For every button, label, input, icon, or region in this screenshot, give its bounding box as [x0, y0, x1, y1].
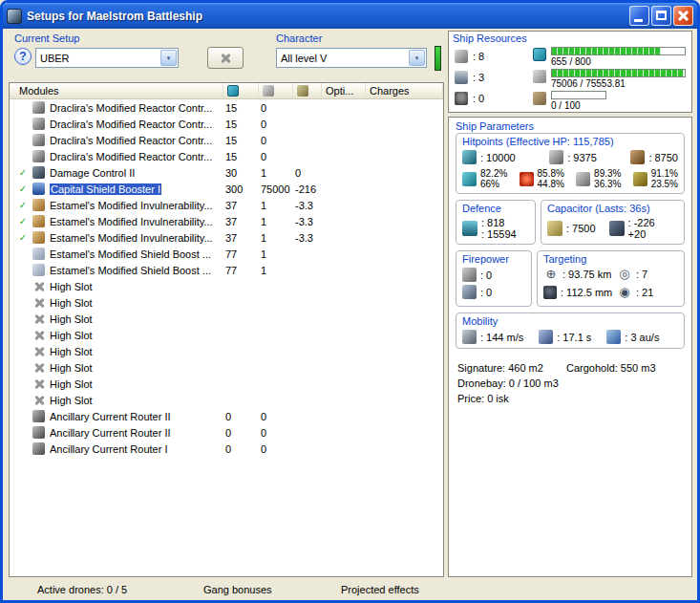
capacitor-capacity-value: : 7500 [566, 223, 596, 234]
module-row[interactable]: Draclira's Modified Reactor Contr...150 [10, 99, 443, 116]
module-row[interactable]: ✓Estamel's Modified Invulnerability...37… [10, 229, 443, 246]
ship-resources-body: : 8 : 3 : 0 [449, 45, 691, 111]
module-row[interactable]: High Slot [10, 392, 443, 408]
targeting-group: Targeting ⊕: 93.75 km ◎: 7 : 112.5 mm ◉:… [537, 250, 685, 307]
launcher-dps-value: : 0 [480, 287, 492, 298]
module-row[interactable]: Ancillary Current Router I00 [10, 441, 443, 457]
module-icon-cell [31, 410, 50, 422]
capacitor-title: Capacitor (Lasts: 36s) [547, 203, 678, 214]
cpu-icon [533, 48, 546, 61]
powergrid-column-header[interactable] [259, 83, 293, 98]
powergrid-icon [533, 70, 546, 83]
module-powergrid-value: 0 [259, 443, 293, 455]
defence-group: Defence : 818 : 15594 [456, 200, 536, 245]
character-value: All level V [277, 53, 409, 64]
ship-resources-panel: Ship Resources : 8 : 3 : 0 [448, 31, 692, 113]
firepower-title: Firepower [462, 253, 525, 265]
close-button[interactable] [673, 6, 693, 26]
module-powergrid-value: 0 [259, 411, 293, 422]
module-row[interactable]: Ancillary Current Router II00 [10, 424, 443, 441]
modules-panel: Modules Opti... Charges Draclira's Modif… [9, 82, 444, 577]
mobility-group: Mobility : 144 m/s : 17.1 s : 3 au/s [456, 312, 685, 349]
module-icon-cell [31, 248, 50, 260]
module-name: High Slot [50, 330, 223, 341]
cpu-icon [227, 85, 239, 97]
capacitor-peak-value: : -226 [628, 217, 655, 228]
help-button[interactable]: ? [14, 48, 32, 65]
active-check-icon: ✓ [15, 216, 31, 226]
module-cpu-value: 0 [223, 411, 259, 422]
module-icon-cell [31, 150, 50, 162]
warp-speed-value: : 3 au/s [625, 332, 659, 343]
capacitor-icon [547, 221, 562, 236]
dronebay-value: Dronebay: 0 / 100 m3 [457, 377, 683, 389]
module-icon-cell [31, 199, 50, 211]
charges-column-header[interactable]: Charges [366, 83, 443, 98]
module-name: High Slot [50, 395, 223, 406]
module-row[interactable]: ✓Estamel's Modified Invulnerability...37… [10, 213, 443, 229]
kinetic-shield-resist: 89.3% [594, 168, 621, 179]
targeting-title: Targeting [543, 253, 678, 265]
hull-hp-icon [630, 150, 645, 164]
module-name: Ancillary Current Router II [50, 427, 223, 439]
module-row[interactable]: Ancillary Current Router II00 [10, 408, 443, 424]
modules-column-header[interactable]: Modules [15, 83, 223, 98]
align-time-icon [539, 330, 553, 344]
hitpoints-values: : 10000 : 9375 : 8750 [462, 150, 678, 164]
module-row[interactable]: ✓Estamel's Modified Invulnerability...37… [10, 197, 443, 213]
module-capacitor-value: -3.3 [293, 232, 322, 244]
setup-tools-button[interactable] [207, 47, 244, 69]
app-icon[interactable] [7, 9, 22, 24]
module-powergrid-value: 0 [259, 102, 293, 114]
active-drones-label: Active drones: 0 / 5 [37, 584, 127, 595]
setup-dropdown-button[interactable]: ▼ [160, 50, 177, 66]
module-row[interactable]: High Slot [10, 311, 443, 327]
defence-boost-value: : 818 [481, 217, 517, 228]
module-row[interactable]: High Slot [10, 294, 443, 311]
module-row[interactable]: Estamel's Modified Shield Boost ...771 [10, 246, 443, 262]
max-targets-value: : 7 [636, 269, 647, 280]
module-row[interactable]: High Slot [10, 343, 443, 359]
module-cpu-value: 77 [223, 265, 259, 276]
maximize-button[interactable] [651, 6, 671, 26]
module-name: Ancillary Current Router II [50, 411, 223, 422]
character-combobox[interactable]: All level V ▼ [276, 48, 427, 68]
module-name: High Slot [50, 313, 223, 325]
module-icon-cell [31, 329, 50, 341]
module-name: High Slot [50, 281, 223, 292]
ship-resources-title: Ship Resources [449, 32, 691, 45]
module-row[interactable]: Draclira's Modified Reactor Contr...150 [10, 132, 443, 148]
capacitor-recharge-icon [609, 221, 625, 236]
module-icon-cell [31, 394, 50, 406]
module-row[interactable]: Estamel's Modified Shield Boost ...771 [10, 262, 443, 278]
sensor-strength-icon: ◉ [617, 286, 632, 299]
powergrid-text: 75006 / 75553.81 [551, 77, 686, 89]
hull-hp: : 8750 [630, 150, 678, 164]
module-name: Draclira's Modified Reactor Contr... [50, 151, 223, 162]
capacitor-column-header[interactable] [293, 83, 322, 98]
module-row[interactable]: ✓Capital Shield Booster I30075000-216 [10, 181, 443, 197]
active-check-icon: ✓ [15, 200, 31, 210]
launcher-slots: : 3 [455, 71, 525, 84]
module-icon-cell [31, 361, 50, 374]
module-row[interactable]: High Slot [10, 327, 443, 343]
titlebar[interactable]: Setups for Maelstrom Battleship [3, 3, 697, 29]
minimize-button[interactable] [629, 6, 649, 26]
module-name: High Slot [50, 297, 223, 309]
module-row[interactable]: Draclira's Modified Reactor Contr...150 [10, 148, 443, 164]
module-name: Ancillary Current Router I [50, 443, 223, 455]
module-row[interactable]: High Slot [10, 359, 443, 376]
module-powergrid-value: 1 [259, 248, 293, 260]
optimal-column-header[interactable]: Opti... [322, 83, 366, 98]
module-row[interactable]: High Slot [10, 376, 443, 392]
module-row[interactable]: Draclira's Modified Reactor Contr...150 [10, 116, 443, 132]
wrench-icon [32, 329, 45, 341]
module-icon-cell [31, 296, 50, 309]
character-dropdown-button[interactable]: ▼ [409, 50, 425, 66]
explosive-shield-resist: 91.1% [651, 168, 678, 179]
module-row[interactable]: High Slot [10, 278, 443, 294]
cpu-column-header[interactable] [223, 83, 259, 98]
module-row[interactable]: ✓Damage Control II3010 [10, 164, 443, 181]
thermal-armor-resist: 44.8% [538, 179, 564, 189]
setup-combobox[interactable]: UBER ▼ [35, 48, 179, 68]
